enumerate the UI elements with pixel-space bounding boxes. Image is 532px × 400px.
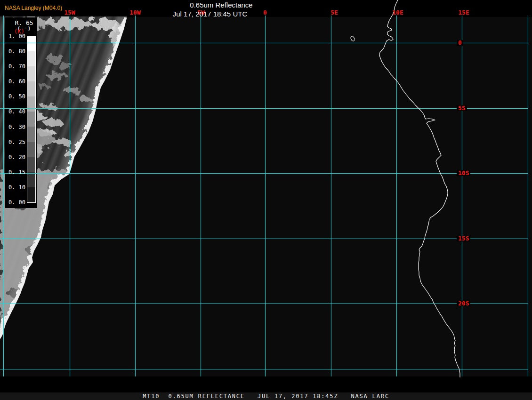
latlon-grid-and-coastline xyxy=(0,0,532,400)
caption-text: MT10 0.65UM REFLECTANCE JUL 17, 2017 18:… xyxy=(143,393,389,400)
product-timestamp: Jul 17, 2017 18:45 UTC xyxy=(173,10,247,18)
product-title: 0.65um Reflectance xyxy=(190,1,252,9)
caption-bar: MT10 0.65UM REFLECTANCE JUL 17, 2017 18:… xyxy=(0,392,532,400)
island-outline xyxy=(350,36,355,42)
agency-label: NASA Langley (M04.0) xyxy=(5,5,62,11)
coastline xyxy=(379,0,460,377)
satellite-product-window: R. 65 (--) (K) 1. 000. 800. 700. 600. 50… xyxy=(0,0,532,400)
